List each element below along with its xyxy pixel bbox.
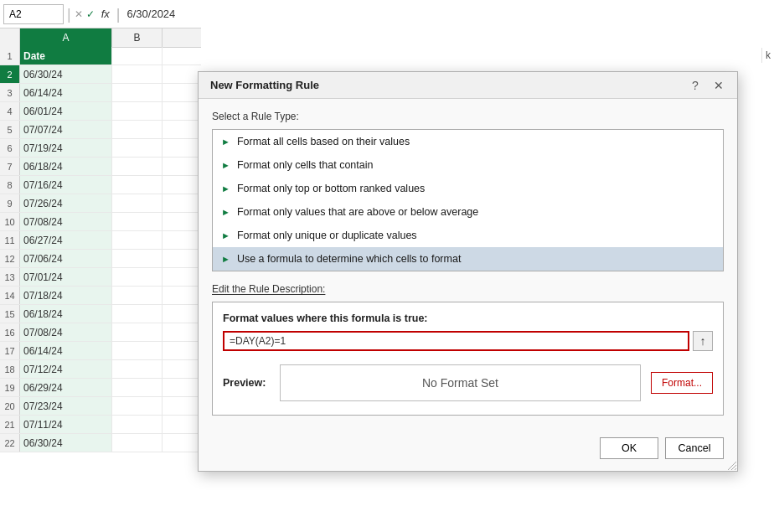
cell-a[interactable]: 07/16/24 <box>20 176 112 194</box>
table-row[interactable]: 22 06/30/24 <box>0 434 201 452</box>
formula-bar-sep2: | <box>116 7 121 22</box>
format-button[interactable]: Format... <box>651 372 713 394</box>
cell-b[interactable] <box>112 342 163 359</box>
cell-b[interactable] <box>112 360 163 378</box>
cell-b[interactable] <box>112 397 163 415</box>
fx-icon: fx <box>101 8 110 20</box>
table-row[interactable]: 1 Date <box>0 47 201 65</box>
cell-b[interactable] <box>112 158 163 175</box>
col-header-a[interactable]: A <box>20 28 112 47</box>
rule-type-item[interactable]: ►Format only unique or duplicate values <box>213 224 723 247</box>
dialog-help-button[interactable]: ? <box>687 77 704 94</box>
rule-type-label: Format only cells that contain <box>237 159 374 171</box>
cell-b[interactable] <box>112 250 163 267</box>
table-row[interactable]: 17 06/14/24 <box>0 342 201 360</box>
table-row[interactable]: 7 06/18/24 <box>0 158 201 176</box>
cell-a[interactable]: 07/06/24 <box>20 250 112 267</box>
cell-b[interactable] <box>112 287 163 304</box>
cell-a[interactable]: 07/11/24 <box>20 416 112 433</box>
resize-handle[interactable] <box>727 461 737 471</box>
dialog-body: Select a Rule Type: ►Format all cells ba… <box>199 99 737 429</box>
table-row[interactable]: 14 07/18/24 <box>0 287 201 305</box>
row-number: 15 <box>0 305 20 323</box>
cancel-icon[interactable]: ✕ <box>75 8 83 20</box>
grid-rows: 1 Date 2 06/30/24 3 06/14/24 4 06/01/24 … <box>0 47 201 452</box>
table-row[interactable]: 4 06/01/24 <box>0 102 201 121</box>
cell-b[interactable] <box>112 268 163 286</box>
table-row[interactable]: 3 06/14/24 <box>0 84 201 102</box>
dialog-title-buttons: ? ✕ <box>687 77 727 94</box>
rule-arrow-icon: ► <box>221 230 230 240</box>
name-box[interactable]: A2 <box>3 4 64 24</box>
preview-box: No Format Set <box>280 364 641 401</box>
formula-collapse-button[interactable]: ↑ <box>693 331 713 351</box>
table-row[interactable]: 8 07/16/24 <box>0 176 201 194</box>
row-number: 16 <box>0 323 20 341</box>
cell-a[interactable]: 06/30/24 <box>20 434 112 452</box>
col-header-b[interactable]: B <box>112 28 163 47</box>
cell-a[interactable]: 06/14/24 <box>20 84 112 101</box>
rule-type-item[interactable]: ►Format only cells that contain <box>213 153 723 177</box>
cell-a[interactable]: 07/08/24 <box>20 323 112 341</box>
cell-b[interactable] <box>112 434 163 452</box>
formula-input[interactable] <box>223 331 689 351</box>
cell-a[interactable]: 07/19/24 <box>20 139 112 157</box>
cell-b[interactable] <box>112 323 163 341</box>
rule-type-item[interactable]: ►Format only top or bottom ranked values <box>213 177 723 200</box>
table-row[interactable]: 10 07/08/24 <box>0 213 201 231</box>
table-row[interactable]: 12 07/06/24 <box>0 250 201 268</box>
table-row[interactable]: 2 06/30/24 <box>0 65 201 84</box>
rule-type-item[interactable]: ►Format all cells based on their values <box>213 130 723 153</box>
cancel-button[interactable]: Cancel <box>665 437 724 459</box>
rule-arrow-icon: ► <box>221 207 230 217</box>
cell-b[interactable] <box>112 65 163 83</box>
cell-a[interactable]: 06/14/24 <box>20 342 112 359</box>
dialog-footer: OK Cancel <box>199 429 737 471</box>
cell-b[interactable] <box>112 416 163 433</box>
table-row[interactable]: 5 07/07/24 <box>0 121 201 139</box>
cell-b[interactable] <box>112 176 163 194</box>
cell-b[interactable] <box>112 231 163 249</box>
cell-a[interactable]: 07/08/24 <box>20 213 112 230</box>
table-row[interactable]: 11 06/27/24 <box>0 231 201 250</box>
rule-type-item[interactable]: ►Use a formula to determine which cells … <box>213 247 723 271</box>
table-row[interactable]: 20 07/23/24 <box>0 397 201 416</box>
table-row[interactable]: 21 07/11/24 <box>0 416 201 434</box>
formula-bar-value: 6/30/2024 <box>124 8 199 20</box>
table-row[interactable]: 15 06/18/24 <box>0 305 201 323</box>
cell-a[interactable]: 06/29/24 <box>20 379 112 396</box>
cell-a[interactable]: 07/01/24 <box>20 268 112 286</box>
cell-b[interactable] <box>112 47 163 65</box>
cell-b[interactable] <box>112 305 163 323</box>
confirm-icon[interactable]: ✓ <box>86 8 95 20</box>
cell-a[interactable]: 07/26/24 <box>20 194 112 212</box>
table-row[interactable]: 16 07/08/24 <box>0 323 201 342</box>
cell-a[interactable]: 07/12/24 <box>20 360 112 378</box>
dialog-close-button[interactable]: ✕ <box>710 77 727 94</box>
cell-b[interactable] <box>112 102 163 120</box>
cell-b[interactable] <box>112 379 163 396</box>
row-number: 7 <box>0 158 20 175</box>
cell-a[interactable]: 06/18/24 <box>20 305 112 323</box>
table-row[interactable]: 9 07/26/24 <box>0 194 201 213</box>
cell-a[interactable]: 06/01/24 <box>20 102 112 120</box>
table-row[interactable]: 18 07/12/24 <box>0 360 201 379</box>
table-row[interactable]: 13 07/01/24 <box>0 268 201 287</box>
table-row[interactable]: 19 06/29/24 <box>0 379 201 397</box>
cell-b[interactable] <box>112 121 163 138</box>
cell-a[interactable]: 06/27/24 <box>20 231 112 249</box>
cell-a[interactable]: 07/07/24 <box>20 121 112 138</box>
rule-type-item[interactable]: ►Format only values that are above or be… <box>213 200 723 224</box>
ok-button[interactable]: OK <box>600 437 658 459</box>
cell-a[interactable]: 06/30/24 <box>20 65 112 83</box>
cell-b[interactable] <box>112 194 163 212</box>
cell-a[interactable]: 07/23/24 <box>20 397 112 415</box>
cell-b[interactable] <box>112 213 163 230</box>
cell-a[interactable]: 07/18/24 <box>20 287 112 304</box>
table-row[interactable]: 6 07/19/24 <box>0 139 201 158</box>
cell-a[interactable]: Date <box>20 47 112 65</box>
cell-a[interactable]: 06/18/24 <box>20 158 112 175</box>
cell-b[interactable] <box>112 84 163 101</box>
row-number: 4 <box>0 102 20 120</box>
cell-b[interactable] <box>112 139 163 157</box>
